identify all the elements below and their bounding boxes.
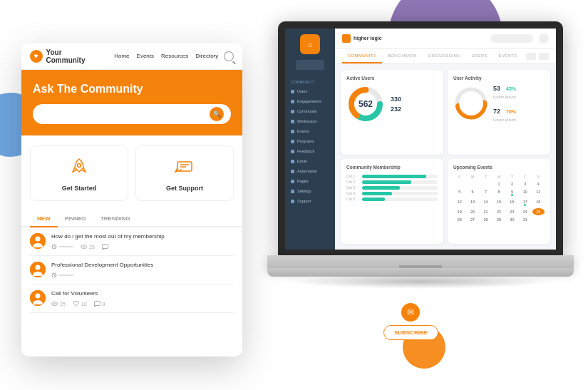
hero-search-bar[interactable]: 🔍 bbox=[33, 104, 231, 124]
post-item: Professional Development Opportunities bbox=[30, 262, 234, 284]
cal-day: 24 bbox=[519, 208, 531, 215]
post-content: Professional Development Opportunities bbox=[51, 262, 234, 278]
sidebar-search bbox=[296, 60, 324, 70]
home-icon[interactable]: ⌂ bbox=[300, 34, 320, 54]
meta-comments: 8 bbox=[94, 301, 105, 307]
bar-label: Cat 2 bbox=[346, 180, 359, 184]
avatar bbox=[30, 290, 46, 306]
activity-num1: 53 bbox=[493, 85, 503, 92]
cal-day: 4 bbox=[532, 180, 545, 188]
get-started-card[interactable]: Get Started bbox=[30, 145, 128, 201]
membership-bars: Cat 1 Cat 2 bbox=[346, 174, 438, 201]
dashboard-logo: higher logic bbox=[342, 34, 382, 43]
sidebar-label: Pages bbox=[297, 179, 309, 183]
sidebar-dot bbox=[291, 110, 294, 113]
post-meta bbox=[51, 272, 234, 278]
svg-point-0 bbox=[78, 164, 81, 168]
activity-label1: Lorem ipsum bbox=[493, 95, 516, 99]
meta-views: 25 bbox=[81, 245, 95, 250]
nav-directory[interactable]: Directory bbox=[195, 53, 218, 59]
sidebar-item-community[interactable]: Community bbox=[285, 107, 335, 116]
cal-day: 31 bbox=[519, 216, 531, 223]
cal-header: M bbox=[466, 174, 478, 180]
tab-benchmark[interactable]: BENCHMARK bbox=[382, 48, 423, 63]
post-content: How do i get the most out of my membersh… bbox=[51, 233, 234, 250]
sidebar-item-pages[interactable]: Pages bbox=[285, 177, 335, 185]
sidebar-item-events[interactable]: Events bbox=[285, 127, 335, 135]
hero-search-button[interactable]: 🔍 bbox=[210, 107, 224, 121]
topbar-user-icon[interactable] bbox=[539, 34, 549, 43]
active-users-total: 562 bbox=[346, 85, 385, 123]
cal-day: 26 bbox=[453, 216, 465, 223]
dashboard: ⌂ COMMUNITY Users Engagements Community bbox=[285, 29, 556, 250]
tab-discussions[interactable]: DISCUSSIONS bbox=[423, 48, 466, 63]
subscribe-button[interactable]: SUBSCRIBE bbox=[383, 325, 438, 340]
cal-header: T bbox=[480, 174, 492, 180]
svg-point-11 bbox=[36, 265, 41, 270]
post-meta: 25 bbox=[51, 244, 234, 250]
cal-day: 22 bbox=[492, 208, 505, 215]
nav-events[interactable]: Events bbox=[137, 53, 154, 59]
logo-text: higher logic bbox=[354, 36, 382, 41]
sidebar-dot bbox=[291, 200, 294, 203]
tab-trending[interactable]: TRENDING bbox=[93, 211, 138, 226]
widget-title: Community Membership bbox=[346, 165, 438, 170]
laptop-base bbox=[267, 255, 574, 270]
tab-events[interactable]: EVENTS bbox=[493, 48, 523, 63]
sidebar-item-users[interactable]: Users bbox=[285, 87, 335, 96]
activity-stats: 53 45% Lorem ipsum 72 70% Lorem ipsum bbox=[493, 85, 516, 122]
cal-day: 21 bbox=[480, 208, 492, 215]
community-logo-text: Your Community bbox=[46, 48, 102, 64]
sidebar-item-feedback[interactable]: Feedback bbox=[285, 147, 335, 155]
svg-point-14 bbox=[36, 294, 41, 299]
community-posts: How do i get the most out of my membersh… bbox=[21, 227, 242, 319]
tab-community[interactable]: COMMUNITY bbox=[342, 48, 382, 63]
donut-inner bbox=[459, 91, 483, 116]
sidebar-item-engagements[interactable]: Engagements bbox=[285, 97, 335, 106]
bar-label: Cat 5 bbox=[346, 197, 359, 201]
cal-day-dot: 17 bbox=[519, 198, 531, 207]
cal-day: 10 bbox=[519, 188, 531, 197]
bar-fill bbox=[362, 175, 426, 178]
search-icon[interactable] bbox=[224, 51, 234, 61]
svg-rect-9 bbox=[102, 245, 108, 249]
post-title: How do i get the most out of my membersh… bbox=[51, 233, 234, 240]
cal-day: 23 bbox=[506, 208, 518, 215]
activity-label2: Lorem ipsum bbox=[493, 118, 516, 122]
stat-row-1: 53 45% bbox=[493, 85, 516, 92]
cal-day: 2 bbox=[506, 180, 518, 188]
cal-day: 20 bbox=[466, 208, 478, 215]
tab-pinned[interactable]: PINNED bbox=[58, 211, 93, 226]
sidebar-item-automation[interactable]: Automation bbox=[285, 167, 335, 175]
widget-title: User Activity bbox=[453, 76, 545, 81]
sidebar-item-support[interactable]: Support bbox=[285, 197, 335, 205]
sidebar-dot bbox=[291, 100, 294, 103]
time-placeholder bbox=[59, 246, 73, 247]
cal-header: S bbox=[532, 174, 545, 180]
bar-label: Cat 4 bbox=[346, 191, 359, 195]
post-title: Professional Development Opportunities bbox=[51, 262, 234, 268]
grid-icon[interactable] bbox=[526, 53, 536, 60]
sidebar-item-email[interactable]: Email bbox=[285, 157, 335, 165]
sidebar-item-workspace[interactable]: Workspace bbox=[285, 117, 335, 125]
filter-icon[interactable] bbox=[539, 53, 549, 60]
cal-day-highlighted: 25 bbox=[532, 208, 545, 215]
get-support-card[interactable]: Get Support bbox=[135, 145, 234, 201]
comment-count: 8 bbox=[103, 302, 105, 307]
sidebar-dot bbox=[291, 130, 294, 133]
bar-row: Cat 4 bbox=[346, 191, 438, 195]
sidebar-label: Feedback bbox=[297, 149, 314, 153]
active-users-stat2: 232 bbox=[391, 106, 401, 113]
feature-cards: Get Started Get Support bbox=[21, 135, 242, 211]
tab-users[interactable]: USERS bbox=[465, 48, 492, 63]
sidebar-item-programs[interactable]: Programs bbox=[285, 137, 335, 145]
sidebar-item-settings[interactable]: Settings bbox=[285, 187, 335, 195]
cal-day: 15 bbox=[492, 198, 505, 207]
meta-time bbox=[51, 272, 73, 278]
nav-home[interactable]: Home bbox=[114, 53, 129, 59]
nav-resources[interactable]: Resources bbox=[161, 53, 188, 59]
bar-label: Cat 1 bbox=[346, 174, 359, 178]
tab-new[interactable]: NEW bbox=[30, 211, 58, 227]
view-count: 25 bbox=[60, 302, 66, 307]
topbar-search[interactable] bbox=[490, 34, 533, 43]
